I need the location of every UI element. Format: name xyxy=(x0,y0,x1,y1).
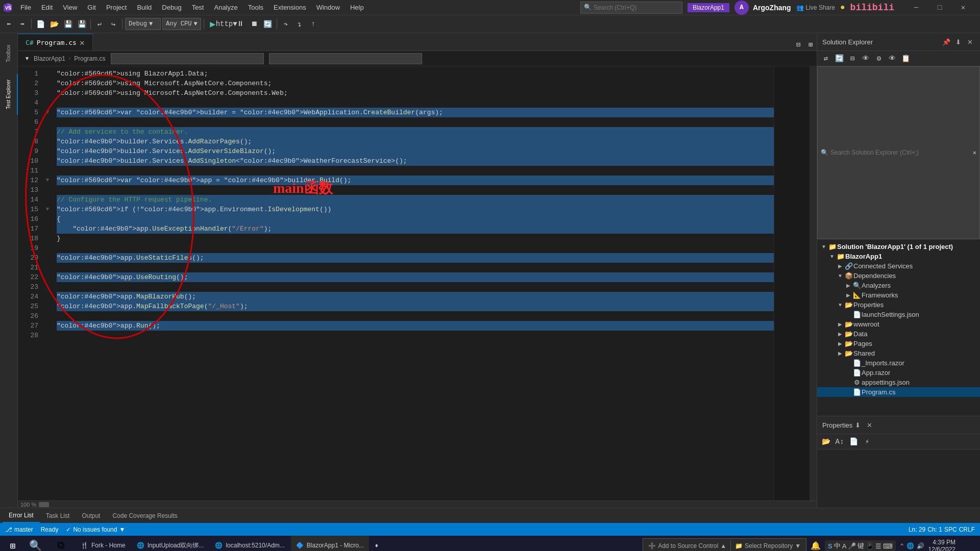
menu-help[interactable]: Help xyxy=(345,0,369,15)
tree-expand-8[interactable]: ▶ xyxy=(836,331,844,337)
ime-ascii[interactable]: A xyxy=(842,542,847,550)
se-show-all-button[interactable]: 👁 xyxy=(860,53,872,65)
menu-edit[interactable]: Edit xyxy=(36,0,58,15)
taskbar-app-extra[interactable]: ♦ xyxy=(370,536,383,551)
redo-button[interactable]: ↪ xyxy=(107,18,119,30)
notification-bell[interactable]: 🔔 xyxy=(811,541,821,551)
down-button[interactable]: ⬇ xyxy=(953,37,963,47)
save-button[interactable]: 💾 xyxy=(62,18,74,30)
menu-test[interactable]: Test xyxy=(187,0,209,15)
step-out-button[interactable]: ↑ xyxy=(307,18,320,30)
error-list-tab[interactable]: Error List xyxy=(3,508,40,523)
live-share-button[interactable]: 👥 Live Share xyxy=(796,4,835,11)
save-all-button[interactable]: 💾 xyxy=(76,18,88,30)
taskbar-app-chrome[interactable]: 🌐 localhost:5210/Adm... xyxy=(210,536,289,551)
tree-expand-10[interactable]: ▶ xyxy=(836,350,844,356)
select-repo-button[interactable]: 📁 Select Repository ▼ xyxy=(735,542,801,549)
tree-item-6[interactable]: 📄 launchSettings.json xyxy=(817,310,980,319)
minimize-button[interactable]: ─ xyxy=(904,0,928,15)
se-filter-button[interactable]: ⚙ xyxy=(873,53,885,65)
tree-item-10[interactable]: ▶ 📂 Shared xyxy=(817,348,980,358)
tree-expand-9[interactable]: ▶ xyxy=(836,341,844,346)
props-alpha-button[interactable]: A↕ xyxy=(834,436,846,448)
open-button[interactable]: 📂 xyxy=(48,18,60,30)
tree-solution[interactable]: ▼ 📁 Solution 'BlazorApp1' (1 of 1 projec… xyxy=(817,242,980,252)
debug-mode-dropdown[interactable]: Debug ▼ xyxy=(125,18,161,30)
ime-keyboard[interactable]: 键 xyxy=(857,541,864,550)
ime-sogou[interactable]: S xyxy=(828,542,832,550)
tree-item-12[interactable]: 📄 App.razor xyxy=(817,368,980,378)
panel-close-button[interactable]: ✕ xyxy=(965,37,975,47)
se-search-box[interactable]: 🔍 ✕ xyxy=(817,66,980,239)
maximize-button[interactable]: □ xyxy=(928,0,951,15)
taskbar-app-edge[interactable]: 🌐 InputUpload双向绑... xyxy=(132,536,209,551)
se-props-button[interactable]: 📋 xyxy=(899,53,912,65)
run-target-dropdown[interactable]: http ▼ xyxy=(220,18,233,30)
systray-network[interactable]: 🌐 xyxy=(906,542,914,550)
scroll-thumb[interactable] xyxy=(39,502,49,507)
tree-expand-5[interactable]: ▼ xyxy=(836,302,844,308)
expand-panel-button[interactable]: ⊞ xyxy=(804,38,817,51)
output-tab[interactable]: Output xyxy=(76,508,106,523)
collapse-panel-button[interactable]: ⊟ xyxy=(792,38,804,51)
se-preview-button[interactable]: 👁 xyxy=(886,53,898,65)
vertical-scrollbar[interactable] xyxy=(810,66,817,500)
ime-menu[interactable]: ☰ xyxy=(875,542,881,550)
tree-item-11[interactable]: 📄 _Imports.razor xyxy=(817,358,980,368)
tree-item-8[interactable]: ▶ 📂 Data xyxy=(817,329,980,339)
breadcrumb-nav-input[interactable] xyxy=(111,53,264,64)
breadcrumb-file[interactable]: Program.cs xyxy=(74,55,105,62)
systray-expand[interactable]: ⌃ xyxy=(900,542,903,550)
ime-mic[interactable]: 🎤 xyxy=(848,542,856,550)
tree-item-4[interactable]: ▶ 📐 Frameworks xyxy=(817,290,980,300)
se-collapse-button[interactable]: ⊟ xyxy=(846,53,859,65)
ime-chinese[interactable]: 中 xyxy=(834,541,841,550)
tree-item-14[interactable]: 📄 Program.cs xyxy=(817,387,980,397)
start-button[interactable]: ⊞ xyxy=(3,536,23,551)
props-events-button[interactable]: ⚡ xyxy=(861,436,873,448)
tree-item-13[interactable]: ⚙ appsettings.json xyxy=(817,378,980,387)
menu-tools[interactable]: Tools xyxy=(243,0,268,15)
tree-item-2[interactable]: ▼ 📦 Dependencies xyxy=(817,271,980,281)
taskbar-app-vs[interactable]: 🔷 BlazorApp1 - Micro... xyxy=(291,536,369,551)
menu-extensions[interactable]: Extensions xyxy=(268,0,311,15)
new-file-button[interactable]: 📄 xyxy=(34,18,46,30)
platform-dropdown[interactable]: Any CPU ▼ xyxy=(162,18,201,30)
tree-expand-0[interactable]: ▼ xyxy=(828,254,836,259)
undo-button[interactable]: ↩ xyxy=(93,18,106,30)
tree-expand-1[interactable]: ▶ xyxy=(836,263,844,269)
fold-marker[interactable]: ▼ xyxy=(43,176,52,185)
props-down-button[interactable]: ⬇ xyxy=(852,420,863,430)
tree-item-3[interactable]: ▶ 🔍 Analyzers xyxy=(817,281,980,290)
close-button[interactable]: ✕ xyxy=(951,0,975,15)
pin-button[interactable]: 📌 xyxy=(941,37,951,47)
menu-file[interactable]: File xyxy=(15,0,36,15)
tree-expand-2[interactable]: ▼ xyxy=(836,273,844,279)
fold-marker[interactable]: ▼ xyxy=(43,108,52,117)
step-over-button[interactable]: ↷ xyxy=(280,18,292,30)
tree-item-7[interactable]: ▶ 📂 wwwroot xyxy=(817,319,980,329)
show-desktop-button[interactable] xyxy=(960,536,975,551)
menu-view[interactable]: View xyxy=(58,0,82,15)
menu-debug[interactable]: Debug xyxy=(157,0,186,15)
taskbar-app-fork[interactable]: 🍴 Fork - Home xyxy=(76,536,131,551)
back-button[interactable]: ⬅ xyxy=(3,18,15,30)
ime-mobile[interactable]: 📱 xyxy=(866,542,874,550)
task-list-tab[interactable]: Task List xyxy=(40,508,76,523)
tab-program-cs[interactable]: C# Program.cs ✕ xyxy=(18,34,93,51)
test-explorer-tab[interactable]: Test Explorer xyxy=(0,74,18,115)
menu-git[interactable]: Git xyxy=(82,0,101,15)
menu-build[interactable]: Build xyxy=(132,0,157,15)
no-issues-status[interactable]: ✓ No issues found ▼ xyxy=(66,526,125,533)
stop-button[interactable]: ⏹ xyxy=(248,18,260,30)
tree-item-1[interactable]: ▶ 🔗 Connected Services xyxy=(817,261,980,271)
ime-symbol[interactable]: ⌨ xyxy=(883,542,893,550)
se-refresh-button[interactable]: 🔄 xyxy=(833,53,845,65)
props-close-button[interactable]: ✕ xyxy=(864,420,874,430)
tree-item-5[interactable]: ▼ 📂 Properties xyxy=(817,300,980,310)
tree-item-9[interactable]: ▶ 📂 Pages xyxy=(817,339,980,348)
breadcrumb-project[interactable]: BlazorApp1 xyxy=(34,55,65,62)
coverage-tab[interactable]: Code Coverage Results xyxy=(106,508,183,523)
se-sync-button[interactable]: ⇄ xyxy=(820,53,832,65)
taskbar-clock[interactable]: 4:39 PM 12/6/2022 xyxy=(928,539,955,551)
